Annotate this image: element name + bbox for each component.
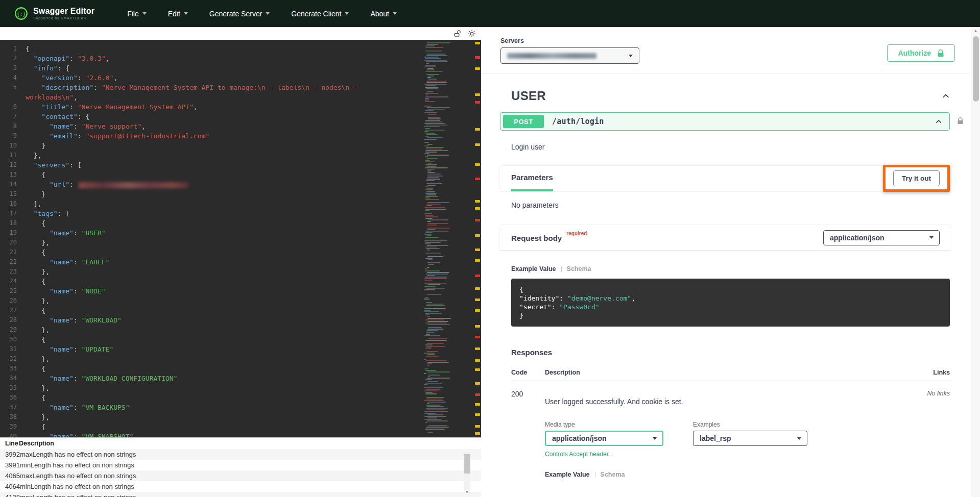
error-mark-icon (475, 219, 480, 221)
menu-edit[interactable]: Edit (168, 10, 188, 18)
scrollbar-thumb[interactable] (464, 454, 470, 474)
line-number: 25 (0, 286, 26, 296)
operation-block: POST /auth/login (500, 112, 950, 131)
page-scrollbar[interactable]: ▲ (971, 27, 980, 497)
code-line: 17 "tags": [ (0, 209, 424, 218)
line-number: 39 (0, 422, 26, 432)
line-number: 4 (0, 73, 26, 83)
server-url-redacted (507, 53, 596, 59)
tab-parameters[interactable]: Parameters (511, 166, 553, 191)
warning-mark-icon (475, 163, 480, 166)
line-number: 3 (0, 63, 26, 73)
chevron-up-icon[interactable] (942, 92, 950, 100)
operation-summary[interactable]: POST /auth/login (500, 112, 950, 131)
required-badge: required (566, 231, 587, 236)
line-number: 13 (0, 170, 26, 180)
error-mark-icon (475, 393, 480, 396)
code-line: 38 }, (0, 412, 424, 422)
error-row[interactable]: 4064minLength has no effect on non strin… (0, 481, 481, 492)
error-panel-header: Line Description (0, 438, 481, 449)
app-title: Swagger Editor (33, 7, 94, 16)
menu-generate-client[interactable]: Generate Client (291, 10, 349, 18)
operation-description: Login user (511, 143, 950, 151)
scrollbar-thumb[interactable] (973, 36, 979, 102)
error-panel-scrollbar[interactable] (464, 452, 470, 490)
example-code: { "identity": "demo@nerve.com", "secret"… (511, 279, 950, 327)
authorize-button[interactable]: Authorize (887, 44, 955, 62)
code-editor[interactable]: 1{2 "openapi": "3.0.3",3 "info": {4 "ver… (0, 40, 481, 437)
operation-body: Login user Parameters Try it out No para… (500, 143, 950, 478)
error-row[interactable]: 4138maxLength has no effect on non strin… (0, 492, 481, 497)
responses-table: Code Description Links 200 User logged s… (511, 369, 950, 478)
line-number: 26 (0, 296, 26, 306)
scroll-down-icon[interactable]: ▾ (464, 489, 470, 495)
operations-section: USER POST /auth/login Login user Paramet… (481, 89, 971, 478)
error-rows: 3992maxLength has no effect on non strin… (0, 449, 481, 497)
line-number: 37 (0, 403, 26, 412)
selected-example: label_rsp (700, 434, 731, 442)
error-row[interactable]: 4065maxLength has no effect on non strin… (0, 470, 481, 481)
code-line: 22 "name": "LABEL" (0, 257, 424, 267)
request-content-type-select[interactable]: application/json (823, 230, 940, 245)
scroll-up-icon[interactable]: ▲ (971, 29, 980, 33)
error-row[interactable]: 3992maxLength has no effect on non strin… (0, 449, 481, 460)
line-number: 8 (0, 121, 26, 131)
tab-example-value-2[interactable]: Example Value (545, 471, 590, 478)
error-row[interactable]: 3991minLength has no effect on non strin… (0, 460, 481, 470)
try-it-out-button[interactable]: Try it out (893, 170, 940, 186)
tab-example-value[interactable]: Example Value (511, 265, 556, 272)
example-line: { (519, 285, 942, 294)
code-line: 27 { (0, 306, 424, 315)
line-number: 33 (0, 364, 26, 374)
code-line: 7 "contact": { (0, 112, 424, 121)
warning-mark-icon (475, 259, 480, 262)
menu-file[interactable]: File (127, 10, 147, 18)
servers-label: Servers (500, 37, 639, 44)
warning-mark-icon (475, 309, 480, 312)
tab-schema[interactable]: Schema (567, 265, 591, 272)
warning-mark-icon (475, 287, 480, 290)
line-number: 30 (0, 335, 26, 344)
sun-icon[interactable] (468, 30, 476, 38)
chevron-down-icon (393, 12, 397, 15)
menu-about[interactable]: About (370, 10, 397, 18)
editor-toolbar (0, 27, 481, 40)
topbar: {:} Swagger Editor Supported by SMARTBEA… (0, 0, 980, 27)
authorize-label: Authorize (898, 49, 931, 57)
line-number: 27 (0, 306, 26, 315)
auth-lock-icon[interactable] (957, 117, 964, 125)
examples-label: Examples (693, 421, 807, 428)
code-line: 35 }, (0, 383, 424, 393)
scheme-container: Servers Authorize (481, 27, 971, 73)
line-number: 22 (0, 257, 26, 267)
unlock-icon[interactable] (453, 30, 461, 37)
code-line: 18 { (0, 218, 424, 228)
chevron-up-icon[interactable] (935, 118, 942, 125)
warning-mark-icon (475, 200, 480, 203)
line-number: 38 (0, 412, 26, 422)
lock-icon (937, 49, 944, 58)
examples-block: Examples label_rsp (693, 421, 807, 458)
minimap[interactable] (424, 41, 452, 436)
line-number: 14 (0, 180, 26, 189)
warning-mark-icon (475, 67, 480, 70)
code-line: 29 }, (0, 325, 424, 335)
line-number: 35 (0, 383, 26, 393)
code-line: 14 "url": (0, 180, 424, 189)
media-type-select[interactable]: application/json (545, 431, 663, 446)
tab-schema-2[interactable]: Schema (601, 471, 625, 478)
chevron-down-icon (345, 12, 349, 15)
warning-mark-icon (475, 325, 480, 328)
line-number: 1 (0, 44, 26, 54)
accept-header-note: Controls Accept header. (545, 451, 663, 458)
menu-generate-server[interactable]: Generate Server (209, 10, 270, 18)
code-line: 20 }, (0, 238, 424, 247)
example-line: "secret": "Passw0rd" (519, 303, 942, 311)
swagger-logo[interactable]: {:} Swagger Editor Supported by SMARTBEA… (14, 7, 94, 20)
code-line: 33 { (0, 364, 424, 374)
server-select[interactable] (500, 47, 639, 64)
no-parameters-text: No parameters (511, 201, 950, 209)
line-number: 12 (0, 160, 26, 170)
examples-select[interactable]: label_rsp (693, 431, 807, 446)
method-badge: POST (503, 115, 544, 128)
